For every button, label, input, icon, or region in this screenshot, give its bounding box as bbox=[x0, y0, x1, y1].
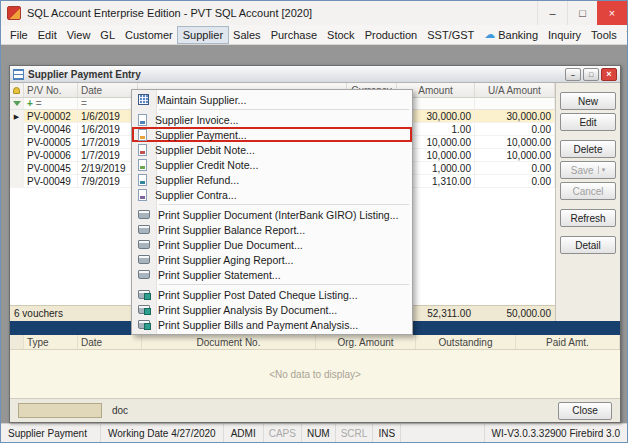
action-button-column: New Edit Delete Save ▾ Cancel Refresh De… bbox=[556, 83, 620, 321]
menu-item-supplier-credit-note[interactable]: Supplier Credit Note... bbox=[132, 157, 412, 172]
menu-item-supplier-payment[interactable]: Supplier Payment... bbox=[132, 127, 412, 142]
row-gutter bbox=[10, 136, 24, 149]
menu-item-supplier-debit-note[interactable]: Supplier Debit Note... bbox=[132, 142, 412, 157]
working-date-value[interactable]: 4/27/2020 bbox=[171, 428, 216, 439]
equals-icon: = bbox=[36, 98, 42, 109]
filter-pv[interactable]: += bbox=[24, 98, 78, 109]
printer-icon bbox=[138, 240, 150, 249]
child-restore-button[interactable]: □ bbox=[583, 68, 599, 81]
doc-label: doc bbox=[112, 405, 128, 416]
filter-date[interactable]: = bbox=[78, 98, 138, 109]
child-close-button[interactable]: × bbox=[601, 68, 617, 81]
date-cell: 1/7/2019 bbox=[78, 149, 138, 162]
col-ko-date[interactable]: Date bbox=[78, 335, 142, 349]
menu-item-print-statement[interactable]: Print Supplier Statement... bbox=[132, 267, 412, 282]
menu-sstgst[interactable]: SST/GST bbox=[422, 27, 479, 43]
ins-indicator: INS bbox=[373, 424, 401, 442]
printer-icon bbox=[138, 225, 150, 234]
col-type[interactable]: Type bbox=[24, 335, 78, 349]
edit-button[interactable]: Edit bbox=[560, 113, 616, 131]
supplier-dropdown-menu: Maintain Supplier... Supplier Invoice...… bbox=[131, 89, 413, 335]
status-module: Supplier Payment bbox=[1, 424, 101, 442]
knockoff-corner bbox=[10, 335, 24, 349]
menu-tools[interactable]: Tools bbox=[586, 27, 622, 43]
doc-field[interactable] bbox=[18, 403, 102, 418]
menu-item-maintain-supplier[interactable]: Maintain Supplier... bbox=[132, 92, 412, 107]
payment-entry-icon bbox=[13, 69, 24, 80]
grid-corner bbox=[10, 83, 24, 97]
title-bar: SQL Account Enterprise Edition - PVT SQL… bbox=[1, 1, 627, 25]
new-button[interactable]: New bbox=[560, 92, 616, 110]
menu-purchase[interactable]: Purchase bbox=[266, 27, 322, 43]
menu-production[interactable]: Production bbox=[360, 27, 423, 43]
menu-banking[interactable]: ☁ Banking bbox=[479, 27, 543, 43]
status-spacer bbox=[401, 424, 484, 442]
date-cell: 1/6/2019 bbox=[78, 110, 138, 123]
filter-ua[interactable] bbox=[475, 98, 555, 109]
menu-customer[interactable]: Customer bbox=[120, 27, 178, 43]
plus-icon: + bbox=[27, 99, 33, 109]
col-document-no[interactable]: Document No. bbox=[142, 335, 316, 349]
col-outstanding[interactable]: Outstanding bbox=[416, 335, 516, 349]
ua-cell: 0.00 bbox=[475, 123, 555, 136]
pv-cell: PV-00045 bbox=[24, 162, 78, 175]
menu-item-print-analysis-by-document[interactable]: Print Supplier Analysis By Document... bbox=[132, 302, 412, 317]
cancel-button[interactable]: Cancel bbox=[560, 182, 616, 200]
menu-item-print-giro-listing[interactable]: Print Supplier Document (InterBank GIRO)… bbox=[132, 207, 412, 222]
save-dropdown-icon[interactable]: ▾ bbox=[598, 166, 606, 174]
pv-cell: PV-00049 bbox=[24, 175, 78, 188]
cloud-icon: ☁ bbox=[484, 29, 495, 40]
refresh-button[interactable]: Refresh bbox=[560, 209, 616, 227]
status-user: ADMI bbox=[224, 424, 264, 442]
ua-cell: 10,000.00 bbox=[475, 149, 555, 162]
printer-icon bbox=[138, 270, 150, 279]
menu-supplier[interactable]: Supplier bbox=[178, 27, 228, 43]
pv-cell: PV-00002 bbox=[24, 110, 78, 123]
status-version: WI-V3.0.3.32900 Firebird 3.0 bbox=[484, 424, 627, 442]
menu-stock[interactable]: Stock bbox=[322, 27, 360, 43]
close-button[interactable]: Close bbox=[558, 402, 612, 420]
window-controls: – □ × bbox=[537, 1, 627, 25]
scrl-indicator: SCRL bbox=[336, 424, 374, 442]
menu-item-print-bills-payment-analysis[interactable]: Print Supplier Bills and Payment Analysi… bbox=[132, 317, 412, 332]
row-gutter bbox=[10, 162, 24, 175]
status-working-date: Working Date 4/27/2020 bbox=[101, 424, 224, 442]
menu-sales[interactable]: Sales bbox=[228, 27, 266, 43]
detail-button[interactable]: Detail bbox=[560, 236, 616, 254]
filter-gutter bbox=[10, 98, 24, 109]
printer-icon bbox=[138, 210, 150, 219]
minimize-button[interactable]: – bbox=[537, 1, 567, 25]
date-cell: 7/9/2019 bbox=[78, 175, 138, 188]
working-date-label: Working Date bbox=[108, 428, 168, 439]
menu-item-supplier-refund[interactable]: Supplier Refund... bbox=[132, 172, 412, 187]
menu-item-print-post-dated-cheque[interactable]: Print Supplier Post Dated Cheque Listing… bbox=[132, 287, 412, 302]
payment-icon bbox=[138, 129, 147, 141]
key-icon bbox=[13, 87, 20, 94]
menu-item-print-balance-report[interactable]: Print Supplier Balance Report... bbox=[132, 222, 412, 237]
maintain-supplier-icon bbox=[138, 94, 149, 105]
menu-view[interactable]: View bbox=[62, 27, 96, 43]
status-bar: Supplier Payment Working Date 4/27/2020 … bbox=[1, 423, 627, 442]
col-org-amount[interactable]: Org. Amount bbox=[316, 335, 416, 349]
bottom-bar: doc Close bbox=[10, 398, 620, 422]
menu-inquiry[interactable]: Inquiry bbox=[543, 27, 586, 43]
menu-item-supplier-invoice[interactable]: Supplier Invoice... bbox=[132, 112, 412, 127]
menu-file[interactable]: File bbox=[5, 27, 33, 43]
col-pv-no[interactable]: P/V No. bbox=[24, 83, 78, 97]
col-date[interactable]: Date bbox=[78, 83, 138, 97]
child-window-title: Supplier Payment Entry bbox=[28, 69, 141, 80]
menu-item-print-aging-report[interactable]: Print Supplier Aging Report... bbox=[132, 252, 412, 267]
menu-item-print-due-document[interactable]: Print Supplier Due Document... bbox=[132, 237, 412, 252]
col-ua-amount[interactable]: U/A Amount bbox=[475, 83, 555, 97]
menu-window[interactable]: Window bbox=[622, 27, 628, 43]
menu-edit[interactable]: Edit bbox=[33, 27, 62, 43]
menu-item-supplier-contra[interactable]: Supplier Contra... bbox=[132, 187, 412, 202]
maximize-button[interactable]: □ bbox=[567, 1, 597, 25]
menu-gl[interactable]: GL bbox=[95, 27, 120, 43]
delete-button[interactable]: Delete bbox=[560, 140, 616, 158]
child-minimize-button[interactable]: – bbox=[565, 68, 581, 81]
col-paid-amt[interactable]: Paid Amt. bbox=[516, 335, 620, 349]
close-window-button[interactable]: × bbox=[597, 1, 627, 25]
save-button[interactable]: Save ▾ bbox=[560, 161, 616, 179]
equals-icon: = bbox=[81, 98, 87, 109]
